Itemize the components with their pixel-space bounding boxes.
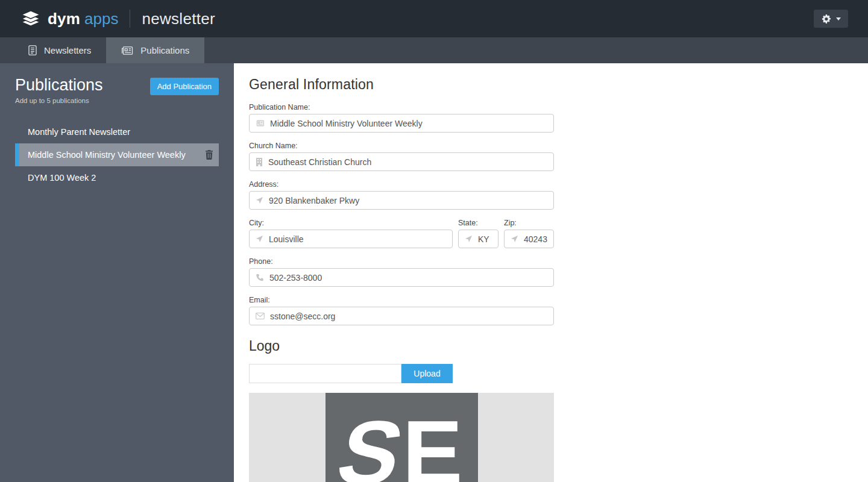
publications-sidebar: Publications Add up to 5 publications Ad… (0, 63, 234, 482)
state-input[interactable] (478, 234, 494, 244)
publication-name-input[interactable] (270, 119, 550, 128)
zip-input[interactable] (524, 234, 550, 244)
general-information-heading: General Information (249, 77, 868, 93)
caret-down-icon (836, 17, 841, 20)
zip-input-wrap (504, 230, 554, 248)
address-input[interactable] (269, 196, 550, 205)
app-window: dym apps newsletter Newsletters (0, 0, 868, 482)
publication-item-label: Middle School Ministry Volunteer Weekly (28, 150, 186, 160)
envelope-icon (256, 313, 265, 319)
tab-newsletters[interactable]: Newsletters (12, 37, 106, 63)
app-title: newsletter (142, 10, 215, 28)
brand: dym apps (20, 10, 118, 28)
add-publication-button[interactable]: Add Publication (150, 78, 219, 95)
publication-list-item-selected[interactable]: Middle School Ministry Volunteer Weekly (15, 143, 219, 166)
email-input[interactable] (270, 311, 550, 321)
gear-icon (821, 14, 831, 24)
phone-input-wrap (249, 268, 554, 287)
field-row-city-state-zip: City: State: (249, 219, 868, 248)
tab-label: Newsletters (44, 45, 91, 55)
publication-item-label: DYM 100 Week 2 (28, 173, 96, 183)
publication-list: Monthly Parent Newsletter Middle School … (15, 120, 219, 189)
app-header: dym apps newsletter (0, 0, 868, 37)
logo-file-input-wrap (249, 364, 401, 383)
field-phone: Phone: (249, 257, 868, 287)
content-area: Publications Add up to 5 publications Ad… (0, 63, 868, 482)
city-input[interactable] (269, 234, 448, 244)
logo-file-input[interactable] (250, 369, 401, 378)
publication-form: General Information Publication Name: C (234, 63, 868, 482)
phone-input[interactable] (269, 273, 550, 283)
phone-label: Phone: (249, 257, 868, 266)
state-label: State: (458, 219, 498, 227)
logo-preview: SE (249, 393, 554, 482)
church-name-label: Church Name: (249, 142, 868, 150)
church-name-input[interactable] (268, 157, 550, 167)
newsletters-document-icon (27, 45, 37, 56)
dym-layers-logo-icon (20, 10, 41, 28)
building-icon (256, 158, 263, 166)
logo-preview-image: SE (326, 393, 478, 482)
newspaper-icon (256, 119, 265, 127)
zip-label: Zip: (504, 219, 554, 227)
tab-label: Publications (140, 45, 189, 55)
publication-list-item[interactable]: DYM 100 Week 2 (15, 166, 219, 189)
settings-menu-button[interactable] (814, 10, 848, 28)
phone-icon (256, 274, 264, 282)
tab-bar: Newsletters Publications (0, 37, 868, 63)
email-input-wrap (249, 307, 554, 325)
field-address: Address: (249, 180, 868, 210)
publications-newspaper-icon (121, 45, 134, 56)
sidebar-title: Publications (15, 77, 103, 93)
tab-publications[interactable]: Publications (106, 37, 204, 63)
address-label: Address: (249, 180, 868, 189)
sidebar-title-block: Publications Add up to 5 publications (15, 77, 103, 104)
publication-list-item[interactable]: Monthly Parent Newsletter (15, 120, 219, 143)
brand-dym: dym (48, 10, 80, 28)
publication-item-label: Monthly Parent Newsletter (28, 127, 130, 137)
sidebar-subtitle: Add up to 5 publications (15, 97, 103, 104)
city-label: City: (249, 219, 453, 227)
upload-button[interactable]: Upload (401, 364, 453, 383)
field-church-name: Church Name: (249, 142, 868, 171)
trash-icon[interactable] (205, 150, 213, 160)
field-email: Email: (249, 296, 868, 325)
field-zip: Zip: (504, 219, 554, 248)
publication-name-label: Publication Name: (249, 103, 868, 111)
location-arrow-icon (465, 235, 473, 243)
location-arrow-icon (256, 196, 263, 204)
sidebar-header: Publications Add up to 5 publications Ad… (15, 77, 219, 104)
logo-heading: Logo (249, 338, 868, 354)
field-publication-name: Publication Name: (249, 103, 868, 133)
field-state: State: (458, 219, 498, 248)
field-city: City: (249, 219, 453, 248)
location-arrow-icon (511, 235, 518, 243)
publication-name-input-wrap (249, 114, 554, 133)
logo-upload-row: Upload (249, 364, 453, 383)
city-input-wrap (249, 230, 453, 248)
state-input-wrap (458, 230, 498, 248)
address-input-wrap (249, 191, 554, 210)
brand-apps: apps (84, 10, 118, 28)
church-name-input-wrap (249, 152, 554, 171)
header-divider (130, 10, 130, 28)
logo-se-monogram: SE (326, 393, 478, 482)
email-label: Email: (249, 296, 868, 304)
location-arrow-icon (256, 235, 263, 243)
